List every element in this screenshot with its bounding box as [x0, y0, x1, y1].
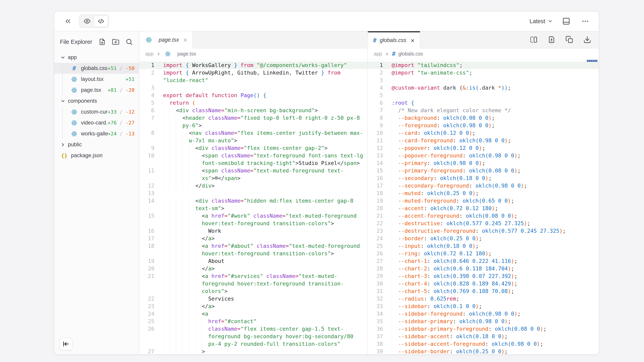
close-tab-icon[interactable]: ×: [183, 36, 187, 43]
tree-folder-app[interactable]: app: [54, 52, 139, 63]
preview-toggle-button[interactable]: [80, 16, 94, 27]
breadcrumb: app # globals.css: [368, 48, 599, 59]
chevron-right-icon: [385, 52, 389, 56]
code-line: 16--secondary: oklch(0.18 0 0);: [368, 174, 599, 182]
code-line: 26className="flex items-center gap-1.5 t…: [139, 325, 368, 348]
diff-stats: +81 / -28: [108, 87, 139, 93]
breadcrumb-folder[interactable]: app: [145, 51, 154, 57]
code-line: 18--muted: oklch(0.25 0 0);: [368, 190, 599, 197]
code-line: 6<div className="min-h-screen bg-backgro…: [139, 107, 368, 114]
file-plus-icon: [98, 38, 106, 46]
react-icon: [71, 131, 78, 137]
tree-indent-guide: [62, 128, 70, 139]
copy-code-button[interactable]: [564, 34, 575, 45]
file-explorer-title: File Explorer: [60, 39, 92, 45]
copy-icon: [566, 36, 573, 44]
code-line: 22--destructive: oklch(0.577 0.245 27.32…: [368, 220, 599, 227]
version-label: Latest: [530, 18, 545, 24]
json-file-icon: {}: [61, 152, 68, 159]
code-view-page-tsx[interactable]: 1import { WorksGallery } from "@/compone…: [139, 60, 368, 354]
search-files-button[interactable]: [124, 37, 134, 46]
tabbar-right: # globals.css ×: [368, 31, 599, 48]
code-line: 20--accent: oklch(0.72 0.12 180);: [368, 205, 599, 212]
code-line: 38--sidebar-accent-foreground: oklch(0.9…: [368, 340, 599, 348]
new-folder-button[interactable]: [111, 37, 120, 46]
code-line: 27>: [139, 348, 368, 354]
code-line: 39--sidebar-border: oklch(0.25 0 0);: [368, 348, 599, 354]
code-line: 11--card-foreground: oklch(0.98 0 0);: [368, 137, 599, 144]
css-file-icon: #: [392, 50, 396, 57]
new-file-button[interactable]: [98, 37, 107, 46]
tree-file-layout.tsx[interactable]: layout.tsx+51: [54, 74, 139, 85]
close-tab-icon[interactable]: ×: [411, 37, 415, 44]
code-line: 2@import "tw-animate-css";: [368, 69, 599, 76]
breadcrumb-folder[interactable]: app: [374, 51, 382, 57]
search-icon: [126, 38, 133, 46]
diff-stats: +51 / -50: [108, 65, 139, 71]
code-line: 15<a href="#work" className="text-muted-…: [139, 212, 368, 227]
breadcrumb-file[interactable]: page.tsx: [177, 51, 196, 57]
editor-pane-globals-css: # globals.css ×: [368, 31, 599, 354]
code-line: 17</a>: [139, 235, 368, 242]
code-line: 22Services: [139, 295, 368, 303]
view-toggle: [79, 14, 109, 28]
download-icon: [583, 36, 591, 44]
chevron-down-icon: [60, 98, 66, 104]
code-line: 21--accent-foreground: oklch(0.08 0 0);: [368, 212, 599, 220]
chevron-right-icon: [156, 52, 161, 56]
tree-folder-public[interactable]: public: [54, 139, 139, 150]
code-line: 14<div className="hidden md:flex items-c…: [139, 197, 368, 212]
code-line: 29--chart-3: oklch(0.398 0.07 227.392);: [368, 272, 599, 280]
code-line: 19About: [139, 257, 368, 265]
top-toolbar: Latest: [54, 11, 599, 31]
tree-folder-components[interactable]: components: [54, 95, 139, 106]
code-line: 7/* New dark elegant color scheme */: [368, 107, 599, 114]
tab-label: page.tsx: [159, 37, 179, 43]
file-explorer-sidebar: File Explorer app#globals.css+51 / -50la…: [54, 31, 139, 354]
diff-stats: +51: [126, 76, 139, 82]
split-editor-button[interactable]: [528, 34, 539, 45]
tab-globals-css[interactable]: # globals.css ×: [368, 31, 420, 48]
tree-indent-guide: [62, 74, 70, 85]
tree-file-globals.css[interactable]: #globals.css+51 / -50: [54, 63, 139, 74]
folder-plus-icon: [112, 38, 120, 46]
more-options-button[interactable]: [580, 16, 591, 27]
code-toggle-button[interactable]: [94, 16, 108, 27]
version-selector[interactable]: Latest: [530, 18, 553, 24]
panel-bottom-button[interactable]: [561, 16, 572, 27]
tree-file-video-card.tsx[interactable]: video-card.tsx+76 / -27: [54, 117, 139, 128]
code-icon: [98, 18, 104, 25]
code-line: 7<header className="fixed top-0 left-0 r…: [139, 114, 368, 129]
code-line: 37--sidebar-accent: oklch(0.18 0 0);: [368, 333, 599, 340]
code-line: 9--foreground: oklch(0.98 0 0);: [368, 122, 599, 129]
collapse-sidebar-button[interactable]: [60, 338, 72, 350]
code-line: 9<div className="flex items-center gap-2…: [139, 144, 368, 152]
code-line: 31--chart-5: oklch(0.769 0.188 70.08);: [368, 288, 599, 295]
breadcrumb-file[interactable]: globals.css: [398, 51, 423, 57]
tree-file-package.json[interactable]: {}package.json: [54, 150, 139, 161]
code-line: 14--primary: oklch(0.98 0 0);: [368, 159, 599, 167]
chevron-right-icon: [60, 142, 66, 147]
code-line: 8--background: oklch(0.08 0 0);: [368, 114, 599, 122]
tabbar-left: page.tsx ×: [139, 31, 368, 48]
code-line: 13: [139, 190, 368, 197]
tree-indent-guide: [62, 117, 70, 128]
tree-file-custom-curs[interactable]: custom-curs…+33 / -12: [54, 106, 139, 117]
tree-file-works-galler[interactable]: works-galler…+24 / -13: [54, 128, 139, 139]
tab-page-tsx[interactable]: page.tsx ×: [139, 31, 193, 48]
code-line: 24--border: oklch(0.25 0 0);: [368, 235, 599, 242]
code-line: 6:root {: [368, 99, 599, 107]
code-line: 8<nav className="flex items-center justi…: [139, 129, 368, 144]
scroll-position-indicator[interactable]: [587, 60, 598, 62]
collapse-panel-button[interactable]: [62, 16, 74, 27]
code-view-globals-css[interactable]: 1@import "tailwindcss";2@import "tw-anim…: [368, 60, 599, 354]
chevron-down-icon: [548, 19, 553, 24]
download-button[interactable]: [582, 34, 593, 45]
code-line: 21<a href="#services" className="text-mu…: [139, 272, 368, 295]
file-diff-button[interactable]: [546, 34, 557, 45]
code-line: 24<a: [139, 310, 368, 318]
tree-file-page.tsx[interactable]: page.tsx+81 / -28: [54, 85, 139, 95]
tree-indent-guide: [62, 85, 70, 95]
code-line: 36--sidebar-primary-foreground: oklch(0.…: [368, 325, 599, 333]
code-line: 5: [368, 92, 599, 99]
